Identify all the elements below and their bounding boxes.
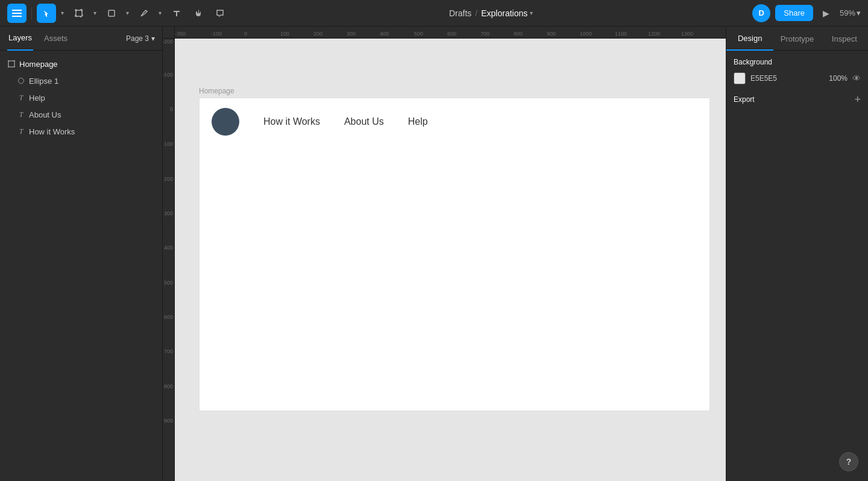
nav-item-help[interactable]: Help [408, 116, 428, 127]
ltick: 800 [164, 383, 173, 389]
ltick: 500 [164, 280, 173, 286]
pen-tool-group: ▾ [134, 4, 165, 23]
background-opacity-value[interactable]: 100% [826, 74, 848, 83]
rtick: 1300 [681, 31, 693, 37]
frame-label: Homepage [199, 87, 710, 95]
nav-item-how-it-works[interactable]: How it Works [263, 116, 320, 127]
background-color-swatch[interactable] [734, 72, 746, 84]
export-header: Export + [734, 94, 861, 105]
frame-tool-dropdown[interactable]: ▾ [90, 4, 99, 23]
text-tool[interactable] [167, 4, 186, 23]
share-button[interactable]: Share [775, 5, 813, 21]
visibility-icon[interactable]: 👁 [852, 74, 861, 83]
rtick: 700 [480, 31, 489, 37]
help-button[interactable]: ? [839, 452, 858, 471]
right-panel-content: Background E5E5E5 100% 👁 Export + [726, 51, 868, 481]
layer-item-help[interactable]: T Help [0, 89, 162, 106]
background-row: E5E5E5 100% 👁 [734, 72, 861, 84]
shape-tool-dropdown[interactable]: ▾ [122, 4, 132, 23]
breadcrumb-divider: / [475, 8, 477, 18]
ltick: -100 [163, 72, 173, 78]
right-panel: Design Prototype Inspect Background E5E5… [726, 27, 868, 481]
svg-rect-13 [8, 61, 14, 67]
menu-button[interactable] [7, 4, 27, 23]
layer-list: Homepage Ellipse 1 T Help T About Us T [0, 51, 162, 145]
hand-tool[interactable] [189, 4, 208, 23]
rtick: 1200 [648, 31, 660, 37]
zoom-control[interactable]: 59% ▾ [840, 8, 861, 17]
svg-rect-12 [108, 10, 115, 16]
background-section-label: Background [734, 58, 861, 66]
ellipse-icon [17, 77, 25, 85]
rtick: 1100 [615, 31, 627, 37]
rtick: 800 [514, 31, 523, 37]
panel-tabs: Layers Assets Page 3 ▾ [0, 27, 162, 51]
toolbar-left: ▾ ▾ [7, 4, 230, 23]
move-tool[interactable] [37, 4, 56, 23]
frame-tool[interactable] [69, 4, 89, 23]
comment-tool[interactable] [210, 4, 230, 23]
page-selector[interactable]: Page 3 ▾ [126, 34, 155, 43]
rtick: 300 [347, 31, 356, 37]
rtick: 100 [280, 31, 289, 37]
tab-layers[interactable]: Layers [7, 27, 33, 51]
layer-item-homepage[interactable]: Homepage [0, 55, 162, 72]
breadcrumb-current[interactable]: Explorations ▾ [481, 8, 533, 18]
play-button[interactable]: ▶ [818, 5, 835, 22]
ltick: 0 [170, 106, 173, 112]
ruler-corner [163, 27, 175, 39]
rtick: 0 [244, 31, 247, 37]
rtick: 900 [547, 31, 556, 37]
ltick: 700 [164, 348, 173, 354]
toolbar-center: Drafts / Explorations ▾ [232, 8, 750, 18]
layer-item-ellipse1[interactable]: Ellipse 1 [0, 72, 162, 89]
tab-inspect[interactable]: Inspect [821, 27, 868, 51]
breadcrumb-chevron-icon: ▾ [530, 10, 533, 16]
tab-assets[interactable]: Assets [43, 27, 69, 51]
layer-item-about-us[interactable]: T About Us [0, 106, 162, 123]
frame-box[interactable]: How it Works About Us Help [199, 98, 710, 411]
ltick: 600 [164, 314, 173, 320]
zoom-chevron-icon: ▾ [857, 8, 861, 17]
text-icon-about: T [17, 110, 25, 119]
rtick: 1000 [580, 31, 592, 37]
tab-prototype[interactable]: Prototype [773, 27, 820, 51]
layer-item-how-it-works[interactable]: T How it Works [0, 123, 162, 140]
background-hex-value[interactable]: E5E5E5 [750, 74, 821, 83]
toolbar: ▾ ▾ [0, 0, 868, 27]
layer-help-label: Help [29, 93, 45, 102]
breadcrumb: Drafts / Explorations ▾ [449, 8, 533, 18]
pen-tool-dropdown[interactable]: ▾ [155, 4, 165, 23]
move-tool-dropdown[interactable]: ▾ [57, 4, 67, 23]
shape-tool[interactable] [102, 4, 121, 23]
canvas-area[interactable]: -350 -100 0 100 200 300 400 500 600 700 … [163, 27, 726, 481]
rtick: 500 [414, 31, 423, 37]
rtick: -350 [175, 31, 186, 37]
navbar: How it Works About Us Help [200, 98, 709, 145]
rtick: 200 [313, 31, 322, 37]
layer-about-label: About Us [29, 110, 61, 119]
export-add-button[interactable]: + [854, 94, 861, 105]
breadcrumb-drafts[interactable]: Drafts [449, 8, 471, 18]
export-section: Export + [734, 94, 861, 105]
canvas-content[interactable]: Homepage How it Works About Us Help [175, 39, 726, 481]
ltick: 400 [164, 245, 173, 251]
user-avatar[interactable]: D [752, 4, 770, 22]
rtick: 400 [380, 31, 389, 37]
tab-design[interactable]: Design [726, 27, 773, 51]
ltick: 200 [164, 176, 173, 182]
toolbar-right: D Share ▶ 59% ▾ [752, 4, 861, 22]
main-area: Layers Assets Page 3 ▾ [0, 27, 868, 481]
layer-hiw-label: How it Works [29, 127, 75, 136]
frame-icon [7, 60, 16, 68]
svg-rect-1 [12, 13, 22, 14]
nav-item-about-us[interactable]: About Us [344, 116, 384, 127]
separator [31, 7, 32, 19]
text-icon-hiw: T [17, 127, 25, 136]
svg-rect-0 [12, 10, 22, 11]
svg-rect-2 [12, 16, 22, 17]
logo-circle [212, 108, 239, 136]
ruler-marks-top: -350 -100 0 100 200 300 400 500 600 700 … [175, 27, 726, 38]
pen-tool[interactable] [134, 4, 154, 23]
move-tool-group: ▾ [37, 4, 67, 23]
